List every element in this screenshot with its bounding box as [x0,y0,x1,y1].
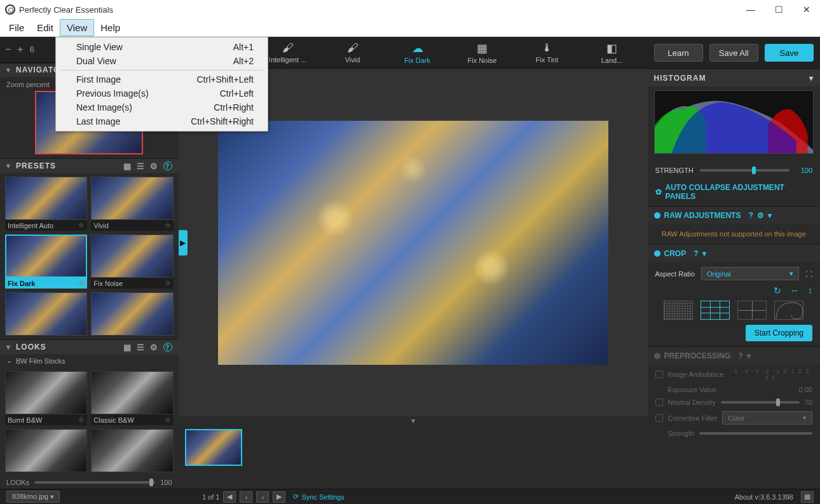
gear-icon[interactable]: ⚙ [757,211,764,220]
help-icon[interactable]: ? [694,249,698,258]
histogram-title: HISTOGRAM [654,74,706,83]
star-icon[interactable]: ☆ [78,221,85,229]
preset-vivid[interactable]: Vivid☆ [91,177,173,231]
start-cropping-button[interactable]: Start Cropping [746,325,812,341]
menu-edit[interactable]: Edit [31,19,60,36]
neutral-density-checkbox[interactable] [655,398,663,406]
star-icon[interactable]: ☆ [78,279,85,287]
menu-file[interactable]: File [3,19,31,36]
learn-button[interactable]: Learn [654,44,703,62]
star-icon[interactable]: ☆ [165,416,171,424]
list-view-icon[interactable]: ☰ [137,161,145,171]
preset-fix-noise[interactable]: Fix Noise☆ [91,235,173,289]
last-page-button[interactable]: ▶ [273,491,285,503]
menu-previous-image[interactable]: Previous Image(s)Ctrl+Left [57,86,266,100]
corrective-filter-select[interactable]: Color▾ [722,411,812,425]
presets-header[interactable]: ▾ PRESETS ▦ ☰ ⚙ ? [0,158,179,173]
gear-icon[interactable]: ⚙ [150,161,158,171]
grid-view-icon[interactable]: ▦ [123,343,132,352]
chevron-down-icon: ▾ [809,74,814,83]
sync-settings-button[interactable]: ⟳ Sync Settings [293,493,344,501]
flip-vertical-icon[interactable]: ↕ [808,285,812,296]
list-view-icon[interactable]: ☰ [137,343,145,352]
menu-dual-view[interactable]: Dual ViewAlt+2 [57,54,266,68]
looks-subgroup[interactable]: ⌄ BW Film Stocks [0,354,179,367]
tool-fix-dark[interactable]: ☁Fix Dark [387,39,448,67]
aspect-ratio-select[interactable]: Original▾ [701,267,799,280]
help-icon[interactable]: ? [163,343,172,351]
close-button[interactable]: ✕ [798,4,815,15]
menu-help[interactable]: Help [94,19,126,36]
histogram-header[interactable]: HISTOGRAM ▾ [648,69,820,86]
prev-page-button[interactable]: ‹ [240,491,252,503]
auto-collapse-toggle[interactable]: ✿ AUTO COLLAPSE ADJUSTMENT PANELS [648,178,820,206]
strength-slider[interactable] [700,169,789,172]
help-icon[interactable]: ? [163,161,172,170]
crop-frame-icon[interactable]: ⛶ [805,270,812,278]
menu-last-image[interactable]: Last ImageCtrl+Shift+Right [57,114,266,128]
tool-fix-noise[interactable]: ▦Fix Noise [452,39,513,67]
preset-fix-dark[interactable]: Fix Dark☆ [5,235,87,289]
histogram-chart [654,90,814,154]
star-icon[interactable]: ☆ [165,279,171,287]
preprocessing-header[interactable]: PREPROCESSING ? ▾ [648,346,820,364]
menu-single-view[interactable]: Single ViewAlt+1 [57,40,266,54]
filmstrip-collapse[interactable]: ▾ [179,416,648,425]
help-icon[interactable]: ? [738,351,742,360]
grid-option-dense[interactable] [664,301,693,320]
grid-option-spiral[interactable] [774,301,803,320]
gear-icon[interactable]: ⚙ [150,343,158,352]
filename-chip[interactable]: 838kmo.jpg ▾ [6,491,60,503]
first-page-button[interactable]: ◀ [223,491,236,503]
flip-horizontal-icon[interactable]: ↔ [790,285,799,296]
minimize-button[interactable]: — [742,4,759,15]
tool-vivid[interactable]: 🖌Vivid [322,39,383,67]
maximize-button[interactable]: ☐ [770,4,787,15]
raw-adjustments-header[interactable]: RAW ADJUSTMENTS ? ⚙ ▾ [648,206,820,224]
thermometer-icon: 🌡 [542,41,553,55]
menu-next-image[interactable]: Next Image(s)Ctrl+Right [57,100,266,114]
menu-view[interactable]: View [60,19,94,36]
neutral-density-slider[interactable] [721,401,800,404]
grid-option-halves[interactable] [737,301,767,320]
looks-grid: Burnt B&W☆ Classic B&W☆ [0,367,179,476]
help-icon[interactable]: ? [748,211,753,220]
page-indicator: 1 of 1 [202,493,220,501]
menu-separator [61,70,263,71]
tool-fix-tint[interactable]: 🌡Fix Tint [517,39,578,67]
preset-thumbnail [91,292,173,336]
zoom-out-button[interactable]: − [5,44,11,55]
main-image[interactable] [218,121,608,365]
preset-item[interactable] [91,292,173,336]
preset-item[interactable] [5,292,87,336]
image-ambulance-checkbox[interactable] [655,371,663,378]
star-icon[interactable]: ☆ [165,221,171,229]
grid-view-icon[interactable]: ▦ [123,161,132,171]
save-all-button[interactable]: Save All [709,44,758,62]
prep-strength-slider[interactable] [699,432,812,435]
corrective-filter-label: Corrective Filter [668,414,718,422]
rotate-icon[interactable]: ↻ [774,285,781,296]
corrective-filter-checkbox[interactable] [655,414,663,422]
look-burnt-bw[interactable]: Burnt B&W☆ [5,371,87,425]
looks-header[interactable]: ▾ LOOKS ▦ ☰ ⚙ ? [0,339,179,354]
filmstrip-thumbnail[interactable] [185,429,242,466]
look-item[interactable] [5,429,87,472]
looks-slider[interactable] [34,481,155,484]
expand-panel-handle[interactable]: ▶ [179,230,188,255]
crop-header[interactable]: CROP ? ▾ [648,244,820,262]
star-icon[interactable]: ☆ [78,416,85,424]
about-version[interactable]: About v:3.6.3.1398 [735,493,793,501]
grid-option-thirds[interactable] [700,301,730,320]
look-classic-bw[interactable]: Classic B&W☆ [91,371,173,425]
raw-unsupported-message: RAW Adjustments not supported on this im… [648,224,820,244]
next-page-button[interactable]: › [256,491,269,503]
tool-landscape[interactable]: ◧Land... [582,39,643,67]
chevron-down-icon: ▾ [6,343,11,351]
save-button[interactable]: Save [765,44,814,62]
status-extra-button[interactable]: ▦ [801,491,814,503]
preset-intelligent-auto[interactable]: Intelligent Auto☆ [5,177,87,231]
look-item[interactable] [91,429,173,472]
zoom-in-button[interactable]: + [17,44,23,55]
menu-first-image[interactable]: First ImageCtrl+Shift+Left [57,72,266,86]
